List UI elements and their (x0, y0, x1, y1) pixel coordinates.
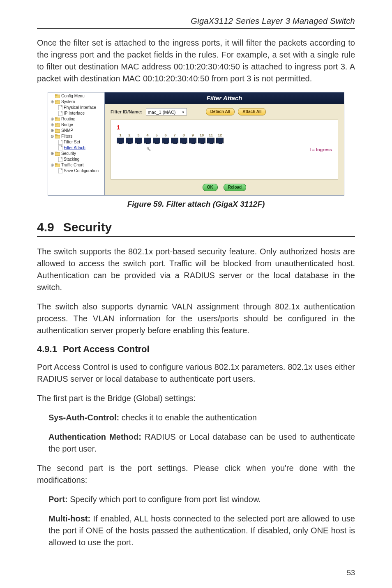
definition-port: Port: Specify which port to configure fr… (48, 493, 355, 505)
port-number: 6 (164, 133, 166, 137)
page-icon (58, 111, 62, 116)
tree-item[interactable]: ⊕Bridge (50, 122, 104, 128)
tree-item-label: Filter Attach (64, 145, 85, 151)
port-number: 8 (182, 133, 184, 137)
filter-id-select[interactable]: mac_1 (MAC) (146, 108, 187, 115)
port[interactable]: 2 (126, 133, 133, 143)
figure-caption: Figure 59. Filter attach (GigaX 3112F) (37, 200, 355, 209)
tree-toggle-icon: ⊕ (51, 116, 54, 122)
folder-icon (55, 152, 60, 156)
section-name: Security (63, 220, 112, 234)
svg-rect-17 (55, 152, 57, 153)
tree-item-label: Routing (61, 116, 75, 122)
port-jack-icon (198, 138, 205, 143)
attach-all-button[interactable]: Attach All (238, 108, 266, 115)
tree-item[interactable]: ⊕Security (50, 151, 104, 157)
tree-item[interactable]: ⊕Traffic Chart (50, 162, 104, 168)
tree-toggle-icon: ⊖ (51, 134, 54, 139)
port-jack-icon (189, 138, 196, 143)
tree-item[interactable]: ⊕System (50, 99, 104, 105)
filter-id-label: Filter ID/Name: (111, 109, 143, 114)
tree-item[interactable]: Physical Interface (50, 105, 104, 111)
svg-rect-3 (55, 100, 57, 101)
port[interactable]: 1 (117, 133, 124, 143)
tree-item[interactable]: ⊕Routing (50, 116, 104, 122)
running-header: GigaX3112 Series Layer 3 Managed Switch (37, 16, 355, 29)
port-panel: 1 123456789101112 ↖ I = Ingress (111, 120, 338, 180)
port[interactable]: 8 (180, 133, 187, 143)
port-number: 1 (119, 133, 121, 137)
subsection-para-1: Port Access Control is used to configure… (37, 361, 355, 385)
port-jack-icon (216, 138, 224, 143)
port[interactable]: 4 (144, 133, 151, 143)
term-body: Specify which port to configure from por… (68, 495, 261, 504)
port-jack-icon (144, 138, 151, 143)
tree-item-label: Filters (61, 134, 72, 139)
ok-button[interactable]: OK (203, 184, 218, 191)
page-icon (58, 157, 62, 162)
page-icon (58, 105, 62, 110)
folder-icon (55, 134, 60, 138)
port-number: 7 (173, 133, 175, 137)
port[interactable]: 7 (171, 133, 178, 143)
tree-item[interactable]: Save Configuration (50, 168, 104, 174)
definition-auth-method: Authentication Method: RADIUS or Local d… (48, 431, 355, 455)
tree-item-label: Bridge (61, 122, 73, 128)
tree-item[interactable]: Config Menu (50, 93, 104, 99)
term: Port: (48, 495, 68, 504)
subsection-para-3: The second part is the port settings. Pl… (37, 462, 355, 486)
page-number: 53 (347, 569, 355, 577)
tree-toggle-icon: ⊕ (51, 151, 54, 157)
tree-item-label: SNMP (61, 128, 73, 134)
port-number: 3 (137, 133, 139, 137)
port-number: 9 (191, 133, 194, 137)
tree-item[interactable]: Filter Attach (50, 145, 104, 151)
port[interactable]: 11 (207, 133, 214, 143)
reload-button[interactable]: Reload (224, 184, 246, 191)
port-jack-icon (180, 138, 187, 143)
tree-item[interactable]: IP Interface (50, 111, 104, 116)
port[interactable]: 9 (189, 133, 196, 143)
port-jack-icon (117, 138, 124, 143)
svg-rect-13 (55, 134, 57, 136)
definition-multi-host: Multi-host: If enabled, ALL hosts connec… (48, 513, 355, 549)
port[interactable]: 3 (135, 133, 142, 143)
svg-rect-11 (55, 129, 57, 130)
subsection-para-2: The first part is the Bridge (Global) se… (37, 392, 355, 404)
folder-icon (55, 100, 60, 104)
legend-text: I = Ingress (309, 147, 332, 152)
nav-tree[interactable]: Config Menu⊕SystemPhysical InterfaceIP I… (48, 92, 105, 195)
action-bar: OK Reload (105, 182, 344, 195)
tree-item-label: Stacking (64, 157, 79, 162)
port[interactable]: 6 (162, 133, 169, 143)
tree-item[interactable]: Stacking (50, 157, 104, 162)
page-icon (58, 168, 62, 173)
tree-item-label: Save Configuration (64, 168, 99, 174)
tree-item[interactable]: ⊖Filters (50, 134, 104, 139)
intro-paragraph: Once the filter set is attached to the i… (37, 37, 355, 85)
embedded-screenshot: Config Menu⊕SystemPhysical InterfaceIP I… (48, 92, 344, 196)
definition-sys-auth: Sys-Auth-Control: checks it to enable th… (48, 412, 355, 424)
port-jack-icon (207, 138, 214, 143)
page-icon (58, 140, 62, 145)
term-body: checks it to enable the authentication (119, 413, 257, 422)
port-number: 11 (209, 133, 213, 137)
term: Multi-host: (48, 514, 90, 523)
port[interactable]: 5 (153, 133, 160, 143)
toolbar: Filter ID/Name: mac_1 (MAC) Detach All A… (105, 104, 344, 118)
subsection-heading: 4.9.1Port Access Control (37, 344, 355, 355)
tree-item-label: Traffic Chart (61, 162, 83, 168)
detach-all-button[interactable]: Detach All (206, 108, 235, 115)
unit-number: 1 (117, 124, 224, 131)
port-jack-icon (162, 138, 169, 143)
tree-item-label: System (61, 99, 75, 105)
tree-item[interactable]: Filter Set (50, 139, 104, 145)
folder-icon (55, 117, 60, 121)
subsection-name: Port Access Control (63, 344, 150, 354)
tree-toggle-icon: ⊕ (51, 128, 54, 134)
cursor-icon: ↖ (146, 145, 151, 152)
port[interactable]: 10 (198, 133, 205, 143)
port[interactable]: 12 (216, 133, 224, 143)
svg-rect-20 (55, 163, 57, 164)
tree-item[interactable]: ⊕SNMP (50, 128, 104, 134)
